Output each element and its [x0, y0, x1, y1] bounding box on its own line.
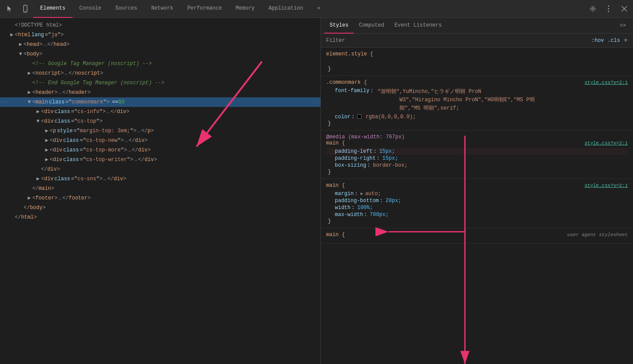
tab-console[interactable]: Console [72, 0, 108, 18]
filter-bar: Filter :hov .cls + [321, 34, 633, 48]
svg-point-4 [608, 8, 609, 10]
dom-line-doctype[interactable]: <!DOCTYPE html> [0, 21, 320, 30]
dom-line-comment-gtm[interactable]: <!-- Google Tag Manager (noscript) --> [0, 59, 320, 69]
tab-styles[interactable]: Styles [324, 18, 354, 34]
css-prop-max-width: max-width : 700px; [326, 211, 628, 218]
css-selector-main: main { [326, 182, 345, 189]
settings-button[interactable] [586, 2, 600, 16]
tab-computed[interactable]: Computed [354, 18, 389, 34]
dom-line-cs-top-more[interactable]: ▶ <div class="cs-top-more" >…</div> [0, 145, 320, 155]
dom-panel: <!DOCTYPE html> ▶ <html lang="ja" > ▶ <h… [0, 18, 321, 364]
css-rule-media-main: @media (max-width: 767px) main { style.c… [321, 130, 633, 179]
triangle-expand-icon [360, 192, 364, 196]
more-menu-button[interactable] [602, 2, 616, 16]
tab-bar-left: Elements Console Sources Network Perform… [2, 0, 327, 18]
dom-line-main[interactable]: ··· ▼ <main class="commonmark" > == $0 [0, 97, 320, 107]
dom-line-cs-top-writer[interactable]: ▶ <div class="cs-top-writer" >…</div> [0, 155, 320, 165]
css-media-query: @media (max-width: 767px) [326, 134, 628, 140]
dom-line-cs-info[interactable]: ▶ <div class="cs-info" >…</div> [0, 107, 320, 117]
dom-line-html-close[interactable]: </html> [0, 213, 320, 222]
css-source-main[interactable]: style.css?v=2:1 [585, 183, 628, 188]
css-prop-padding-right: padding-right : 15px; [326, 155, 628, 162]
css-selector-main-agent: main { [326, 232, 345, 238]
sub-tab-bar: Styles Computed Event Listeners >> [321, 18, 633, 34]
color-swatch-rgba [357, 114, 361, 119]
css-prop-empty [326, 59, 628, 66]
dom-line-footer[interactable]: ▶ <footer>…</footer> [0, 193, 320, 203]
tab-elements[interactable]: Elements [33, 0, 72, 18]
dom-line-header[interactable]: ▶ <header>…</header> [0, 88, 320, 97]
dom-line-cs-top-close[interactable]: </div> [0, 165, 320, 174]
dom-line-html[interactable]: ▶ <html lang="ja" > [0, 30, 320, 40]
dom-tree: <!DOCTYPE html> ▶ <html lang="ja" > ▶ <h… [0, 18, 320, 225]
more-tabs-button[interactable]: » [310, 0, 327, 18]
dom-line-noscript[interactable]: ▶ <noscript>…</noscript> [0, 69, 320, 78]
mobile-icon[interactable] [17, 0, 33, 18]
svg-point-1 [25, 11, 26, 12]
filter-label: Filter [326, 38, 592, 44]
css-source-commonmark[interactable]: style.css?v=2:1 [585, 80, 628, 85]
three-dots-icon: ··· [1, 98, 9, 106]
css-selector-commonmark: .commonmark { [326, 79, 367, 86]
svg-point-2 [592, 8, 594, 10]
filter-actions: :hov .cls + [592, 37, 628, 45]
css-rule-header: element.style { [326, 51, 628, 57]
tab-bar-right [586, 2, 631, 16]
styles-content: element.style { } .commonmark { style.cs… [321, 48, 633, 364]
css-selector-media-main: main { [326, 140, 345, 146]
tab-memory[interactable]: Memory [229, 0, 261, 18]
main-layout: <!DOCTYPE html> ▶ <html lang="ja" > ▶ <h… [0, 18, 633, 364]
css-prop-box-sizing: box-sizing : border-box; [326, 162, 628, 169]
dom-line-cs-top[interactable]: ▼ <div class="cs-top" > [0, 117, 320, 126]
css-rule-element-style: element.style { } [321, 48, 633, 76]
cursor-icon[interactable] [2, 0, 17, 18]
tab-performance[interactable]: Performance [180, 0, 229, 18]
css-rule-main-agent: main { user agent stylesheet [321, 228, 633, 244]
css-rule-commonmark: .commonmark { style.css?v=2:1 font-famil… [321, 76, 633, 130]
tab-network[interactable]: Network [144, 0, 180, 18]
close-button[interactable] [617, 2, 631, 16]
css-rule-commonmark-header: .commonmark { style.css?v=2:1 [326, 79, 628, 86]
tab-sources[interactable]: Sources [108, 0, 144, 18]
css-prop-font-family: font-family : "游明朝",YuMincho,"ヒラギノ明朝 Pro… [326, 87, 628, 113]
svg-marker-9 [361, 192, 363, 195]
svg-point-5 [608, 11, 609, 12]
dom-line-cs-top-new[interactable]: ▶ <div class="cs-top-new" >…</div> [0, 136, 320, 145]
filter-plus-button[interactable]: + [623, 37, 628, 45]
css-prop-width: width : 100%; [326, 204, 628, 211]
tab-event-listeners[interactable]: Event Listeners [389, 18, 447, 34]
css-rule-main-header: main { style.css?v=2:1 [326, 182, 628, 189]
dom-line-comment-gtm-end[interactable]: <!-- End Google Tag Manager (noscript) -… [0, 78, 320, 88]
svg-point-3 [608, 6, 609, 7]
css-prop-padding-bottom: padding-bottom : 20px; [326, 197, 628, 204]
dom-line-p-margin[interactable]: ▶ <p style="margin-top: 3em;" >…</p> [0, 126, 320, 136]
css-source-agent: user agent stylesheet [567, 232, 628, 237]
css-rule-main-agent-header: main { user agent stylesheet [326, 232, 628, 238]
css-rule-media-main-header: main { style.css?v=2:1 [326, 140, 628, 146]
filter-hov-button[interactable]: :hov [592, 38, 604, 44]
dom-line-head[interactable]: ▶ <head>…</head> [0, 40, 320, 49]
styles-panel: Styles Computed Event Listeners >> Filte… [321, 18, 633, 364]
dom-line-body-close[interactable]: </body> [0, 203, 320, 213]
css-prop-padding-left: padding-left : 15px; [326, 148, 628, 155]
css-rule-main: main { style.css?v=2:1 margin : auto; pa… [321, 179, 633, 228]
css-prop-margin: margin : auto; [326, 190, 628, 197]
filter-cls-button[interactable]: .cls [608, 38, 620, 44]
css-source-media-main[interactable]: style.css?v=2:1 [585, 141, 628, 146]
tab-application[interactable]: Application [261, 0, 310, 18]
sub-tab-more[interactable]: >> [616, 23, 630, 29]
dom-line-cs-sns[interactable]: ▶ <div class="cs-sns" >…</div> [0, 174, 320, 184]
top-tab-bar: Elements Console Sources Network Perform… [0, 0, 633, 18]
css-selector: element.style { [326, 51, 373, 57]
dom-line-body[interactable]: ▼ <body> [0, 49, 320, 59]
dom-line-main-close[interactable]: </main> [0, 184, 320, 193]
css-prop-color: color : rgba(0,0,0,0.9); [326, 113, 628, 120]
